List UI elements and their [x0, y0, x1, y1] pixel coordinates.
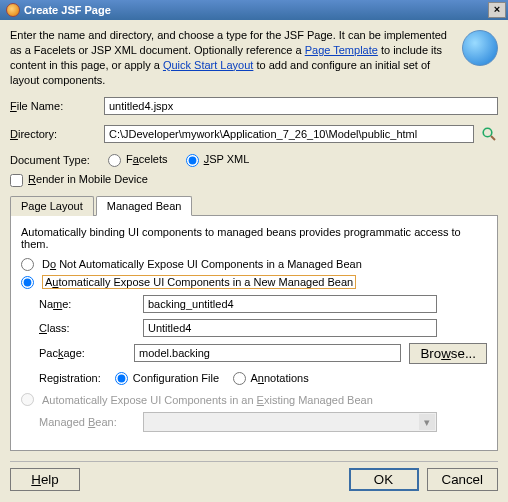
render-mobile-checkbox[interactable]: Render in Mobile DeviceRender in Mobile …	[10, 173, 148, 187]
radio-auto-new[interactable]	[21, 276, 34, 289]
doc-type-facelets[interactable]: FaceletsFacelets	[108, 153, 168, 167]
radio-no-expose[interactable]	[21, 258, 34, 271]
svg-point-0	[483, 129, 492, 138]
registration-label: Registration:	[39, 372, 101, 384]
file-name-label: File File Name:Name:	[10, 100, 98, 112]
radio-auto-existing-label: Automatically Expose UI Components in an…	[42, 394, 373, 406]
browse-directory-icon[interactable]	[480, 125, 498, 143]
bean-name-label: Name:Name:	[39, 298, 135, 310]
page-template-link[interactable]: Page Template	[305, 44, 378, 56]
radio-no-expose-label[interactable]: Do Not Automatically Expose UI Component…	[42, 258, 362, 270]
close-button[interactable]: ×	[488, 2, 506, 18]
file-name-input[interactable]	[104, 97, 498, 115]
globe-icon	[462, 30, 498, 66]
auto-bind-description: Automatically binding UI components to m…	[21, 226, 487, 250]
bean-package-input[interactable]	[134, 344, 401, 362]
svg-line-1	[491, 136, 495, 140]
cancel-button[interactable]: Cancel	[427, 468, 499, 491]
bean-package-label: Package:Package:	[39, 347, 126, 359]
directory-input[interactable]	[104, 125, 474, 143]
help-button[interactable]: HelpHelp	[10, 468, 80, 491]
intro-text: Enter the name and directory, and choose…	[10, 28, 452, 87]
quick-start-layout-link[interactable]: Quick Start Layout	[163, 59, 254, 71]
app-icon	[6, 3, 20, 17]
browse-button[interactable]: Browse...Browse...	[409, 343, 487, 364]
registration-annotations[interactable]: AnnotationsAnnotations	[233, 372, 309, 386]
window-title: Create JSF Page	[24, 4, 111, 16]
doc-type-jspxml[interactable]: JSP XMLJSP XML	[186, 153, 250, 167]
radio-auto-new-label[interactable]: Automatically Expose UI Components in a …	[42, 276, 356, 288]
directory-label: Directory:Directory:	[10, 128, 98, 140]
tab-page-layout[interactable]: Page Layout	[10, 196, 94, 216]
bean-class-input[interactable]	[143, 319, 437, 337]
doc-type-label: Document Type:	[10, 154, 90, 166]
managed-bean-label: Managed Bean:Managed Bean:	[39, 416, 135, 428]
radio-auto-existing	[21, 393, 34, 406]
registration-config[interactable]: Configuration FileConfiguration File	[115, 372, 219, 386]
bean-name-input[interactable]	[143, 295, 437, 313]
chevron-down-icon: ▾	[419, 414, 435, 430]
bean-class-label: Class:Class:	[39, 322, 135, 334]
managed-bean-select: ▾	[143, 412, 437, 432]
tab-managed-bean[interactable]: Managed Bean	[96, 196, 193, 216]
ok-button[interactable]: OK	[349, 468, 419, 491]
